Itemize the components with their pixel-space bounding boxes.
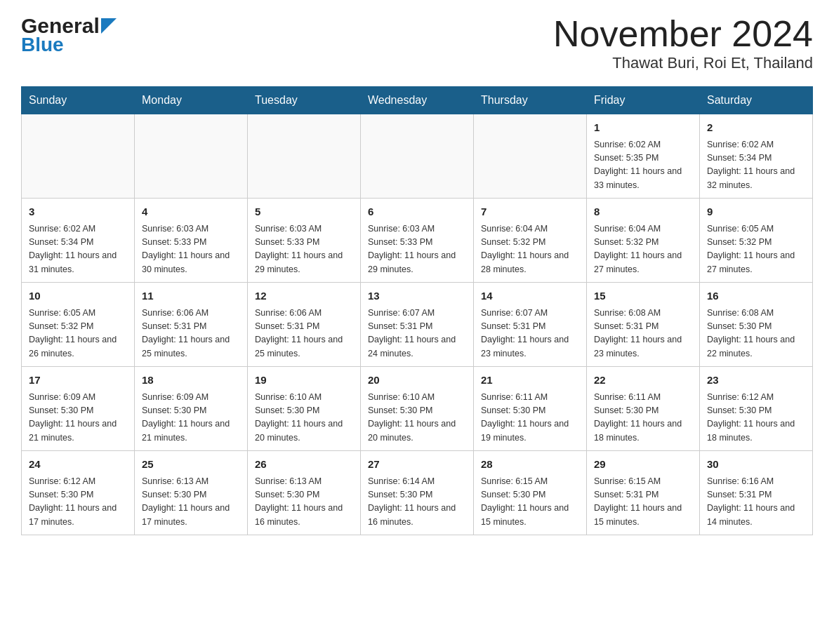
day-info: Sunrise: 6:13 AMSunset: 5:30 PMDaylight:… — [255, 475, 353, 530]
day-info: Sunrise: 6:03 AMSunset: 5:33 PMDaylight:… — [142, 222, 240, 277]
day-info: Sunrise: 6:09 AMSunset: 5:30 PMDaylight:… — [142, 391, 240, 445]
calendar-day-cell — [248, 114, 361, 199]
day-info: Sunrise: 6:13 AMSunset: 5:30 PMDaylight:… — [142, 475, 240, 530]
calendar-day-cell — [135, 114, 248, 199]
day-number: 20 — [368, 373, 466, 389]
col-header-friday: Friday — [587, 87, 700, 114]
day-number: 10 — [29, 288, 127, 304]
logo: General Blue — [21, 14, 117, 56]
calendar-day-cell: 6Sunrise: 6:03 AMSunset: 5:33 PMDaylight… — [361, 199, 474, 283]
day-number: 27 — [368, 457, 466, 473]
day-number: 24 — [29, 457, 127, 473]
day-info: Sunrise: 6:10 AMSunset: 5:30 PMDaylight:… — [368, 391, 466, 445]
day-info: Sunrise: 6:05 AMSunset: 5:32 PMDaylight:… — [29, 307, 127, 361]
calendar-day-cell: 28Sunrise: 6:15 AMSunset: 5:30 PMDayligh… — [474, 451, 587, 535]
day-number: 4 — [142, 204, 240, 220]
day-info: Sunrise: 6:05 AMSunset: 5:32 PMDaylight:… — [707, 222, 805, 277]
calendar-week-row: 1Sunrise: 6:02 AMSunset: 5:35 PMDaylight… — [22, 114, 813, 199]
calendar-day-cell — [474, 114, 587, 199]
day-info: Sunrise: 6:15 AMSunset: 5:31 PMDaylight:… — [594, 475, 692, 530]
col-header-sunday: Sunday — [22, 87, 135, 114]
day-info: Sunrise: 6:08 AMSunset: 5:31 PMDaylight:… — [594, 307, 692, 361]
day-number: 3 — [29, 204, 127, 220]
day-number: 21 — [481, 373, 579, 389]
day-info: Sunrise: 6:02 AMSunset: 5:34 PMDaylight:… — [29, 222, 127, 277]
calendar-day-cell: 4Sunrise: 6:03 AMSunset: 5:33 PMDaylight… — [135, 199, 248, 283]
day-info: Sunrise: 6:09 AMSunset: 5:30 PMDaylight:… — [29, 391, 127, 445]
day-number: 28 — [481, 457, 579, 473]
day-number: 16 — [707, 288, 805, 304]
day-number: 29 — [594, 457, 692, 473]
day-number: 6 — [368, 204, 466, 220]
day-info: Sunrise: 6:14 AMSunset: 5:30 PMDaylight:… — [368, 475, 466, 530]
day-number: 5 — [255, 204, 353, 220]
calendar-day-cell: 3Sunrise: 6:02 AMSunset: 5:34 PMDaylight… — [22, 199, 135, 283]
calendar-day-cell: 2Sunrise: 6:02 AMSunset: 5:34 PMDaylight… — [700, 114, 813, 199]
col-header-saturday: Saturday — [700, 87, 813, 114]
day-number: 22 — [594, 373, 692, 389]
calendar-day-cell: 16Sunrise: 6:08 AMSunset: 5:30 PMDayligh… — [700, 283, 813, 367]
calendar-week-row: 24Sunrise: 6:12 AMSunset: 5:30 PMDayligh… — [22, 451, 813, 535]
calendar-day-cell: 9Sunrise: 6:05 AMSunset: 5:32 PMDaylight… — [700, 199, 813, 283]
calendar-day-cell: 23Sunrise: 6:12 AMSunset: 5:30 PMDayligh… — [700, 367, 813, 451]
calendar-day-cell: 8Sunrise: 6:04 AMSunset: 5:32 PMDaylight… — [587, 199, 700, 283]
day-info: Sunrise: 6:07 AMSunset: 5:31 PMDaylight:… — [368, 307, 466, 361]
calendar-day-cell: 19Sunrise: 6:10 AMSunset: 5:30 PMDayligh… — [248, 367, 361, 451]
calendar-header-row: SundayMondayTuesdayWednesdayThursdayFrid… — [22, 87, 813, 114]
day-number: 17 — [29, 373, 127, 389]
calendar-day-cell: 21Sunrise: 6:11 AMSunset: 5:30 PMDayligh… — [474, 367, 587, 451]
title-section: November 2024 Thawat Buri, Roi Et, Thail… — [553, 14, 813, 72]
calendar-day-cell: 24Sunrise: 6:12 AMSunset: 5:30 PMDayligh… — [22, 451, 135, 535]
day-info: Sunrise: 6:02 AMSunset: 5:35 PMDaylight:… — [594, 138, 692, 193]
calendar-day-cell: 12Sunrise: 6:06 AMSunset: 5:31 PMDayligh… — [248, 283, 361, 367]
col-header-monday: Monday — [135, 87, 248, 114]
day-number: 8 — [594, 204, 692, 220]
day-info: Sunrise: 6:06 AMSunset: 5:31 PMDaylight:… — [255, 307, 353, 361]
calendar-day-cell: 29Sunrise: 6:15 AMSunset: 5:31 PMDayligh… — [587, 451, 700, 535]
calendar-day-cell: 27Sunrise: 6:14 AMSunset: 5:30 PMDayligh… — [361, 451, 474, 535]
calendar-day-cell: 10Sunrise: 6:05 AMSunset: 5:32 PMDayligh… — [22, 283, 135, 367]
col-header-wednesday: Wednesday — [361, 87, 474, 114]
day-info: Sunrise: 6:12 AMSunset: 5:30 PMDaylight:… — [29, 475, 127, 530]
day-info: Sunrise: 6:07 AMSunset: 5:31 PMDaylight:… — [481, 307, 579, 361]
calendar-day-cell — [361, 114, 474, 199]
calendar-day-cell: 18Sunrise: 6:09 AMSunset: 5:30 PMDayligh… — [135, 367, 248, 451]
day-number: 2 — [707, 120, 805, 136]
day-number: 13 — [368, 288, 466, 304]
day-number: 18 — [142, 373, 240, 389]
day-info: Sunrise: 6:11 AMSunset: 5:30 PMDaylight:… — [594, 391, 692, 445]
calendar-week-row: 3Sunrise: 6:02 AMSunset: 5:34 PMDaylight… — [22, 199, 813, 283]
day-info: Sunrise: 6:11 AMSunset: 5:30 PMDaylight:… — [481, 391, 579, 445]
day-info: Sunrise: 6:12 AMSunset: 5:30 PMDaylight:… — [707, 391, 805, 445]
calendar-week-row: 10Sunrise: 6:05 AMSunset: 5:32 PMDayligh… — [22, 283, 813, 367]
day-info: Sunrise: 6:02 AMSunset: 5:34 PMDaylight:… — [707, 138, 805, 193]
calendar-day-cell: 20Sunrise: 6:10 AMSunset: 5:30 PMDayligh… — [361, 367, 474, 451]
calendar-week-row: 17Sunrise: 6:09 AMSunset: 5:30 PMDayligh… — [22, 367, 813, 451]
calendar-table: SundayMondayTuesdayWednesdayThursdayFrid… — [21, 86, 813, 535]
calendar-day-cell: 7Sunrise: 6:04 AMSunset: 5:32 PMDaylight… — [474, 199, 587, 283]
day-info: Sunrise: 6:06 AMSunset: 5:31 PMDaylight:… — [142, 307, 240, 361]
calendar-day-cell: 11Sunrise: 6:06 AMSunset: 5:31 PMDayligh… — [135, 283, 248, 367]
day-info: Sunrise: 6:04 AMSunset: 5:32 PMDaylight:… — [594, 222, 692, 277]
calendar-day-cell — [22, 114, 135, 199]
day-info: Sunrise: 6:10 AMSunset: 5:30 PMDaylight:… — [255, 391, 353, 445]
day-number: 26 — [255, 457, 353, 473]
day-info: Sunrise: 6:03 AMSunset: 5:33 PMDaylight:… — [255, 222, 353, 277]
month-title: November 2024 — [553, 14, 813, 54]
calendar-day-cell: 22Sunrise: 6:11 AMSunset: 5:30 PMDayligh… — [587, 367, 700, 451]
calendar-day-cell: 30Sunrise: 6:16 AMSunset: 5:31 PMDayligh… — [700, 451, 813, 535]
day-number: 9 — [707, 204, 805, 220]
calendar-day-cell: 13Sunrise: 6:07 AMSunset: 5:31 PMDayligh… — [361, 283, 474, 367]
day-number: 1 — [594, 120, 692, 136]
calendar-day-cell: 26Sunrise: 6:13 AMSunset: 5:30 PMDayligh… — [248, 451, 361, 535]
day-number: 23 — [707, 373, 805, 389]
day-number: 19 — [255, 373, 353, 389]
calendar-day-cell: 1Sunrise: 6:02 AMSunset: 5:35 PMDaylight… — [587, 114, 700, 199]
col-header-thursday: Thursday — [474, 87, 587, 114]
calendar-day-cell: 14Sunrise: 6:07 AMSunset: 5:31 PMDayligh… — [474, 283, 587, 367]
day-number: 25 — [142, 457, 240, 473]
day-number: 15 — [594, 288, 692, 304]
day-number: 14 — [481, 288, 579, 304]
day-info: Sunrise: 6:04 AMSunset: 5:32 PMDaylight:… — [481, 222, 579, 277]
calendar-day-cell: 15Sunrise: 6:08 AMSunset: 5:31 PMDayligh… — [587, 283, 700, 367]
